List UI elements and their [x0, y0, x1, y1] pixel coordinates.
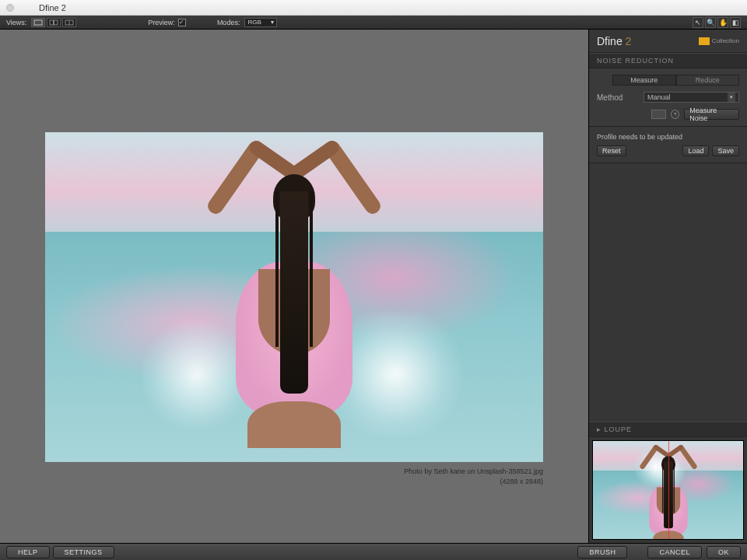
window-control-dot[interactable] — [6, 4, 14, 12]
ok-button[interactable]: OK — [707, 546, 741, 558]
method-select[interactable]: Manual ▾ — [644, 92, 739, 103]
method-label: Method — [597, 93, 644, 102]
top-toolbar: Views: Preview: ✓ Modes: RGB ▾ ↖ 🔍 ✋ ◧ — [0, 16, 747, 30]
noise-reduction-header[interactable]: NOISE REDUCTION — [589, 53, 747, 68]
window-title: Dfine 2 — [39, 3, 66, 12]
views-label: Views: — [6, 19, 26, 26]
svg-rect-1 — [50, 20, 54, 25]
brand-text: Collection — [712, 37, 739, 44]
sample-thumb[interactable] — [651, 110, 666, 119]
svg-rect-0 — [34, 20, 42, 25]
load-button[interactable]: Load — [682, 145, 709, 156]
loupe-header[interactable]: ▸ LOUPE — [589, 422, 747, 437]
modes-select[interactable]: RGB ▾ — [244, 18, 277, 27]
loupe-preview[interactable] — [592, 440, 744, 540]
preview-toggle-group: Preview: ✓ — [148, 19, 186, 26]
view-side-button[interactable] — [62, 18, 76, 27]
modes-group: Modes: RGB ▾ — [217, 18, 278, 27]
tab-measure[interactable]: Measure — [612, 75, 676, 86]
preview-image[interactable] — [45, 132, 543, 462]
cancel-button[interactable]: CANCEL — [647, 546, 702, 558]
panel-title: Dfine 2 — [597, 35, 631, 47]
modes-label: Modes: — [217, 19, 240, 26]
window-titlebar: Dfine 2 — [0, 0, 747, 16]
zoom-tool-icon[interactable]: 🔍 — [705, 17, 716, 28]
preview-label: Preview: — [148, 19, 175, 26]
chevron-down-icon: ▾ — [271, 19, 274, 26]
image-caption: Photo by Seth kane on Unsplash-358521.jp… — [45, 467, 543, 486]
measure-noise-button[interactable]: Measure Noise — [684, 109, 739, 120]
brush-button[interactable]: BRUSH — [577, 546, 627, 558]
view-split-button[interactable] — [47, 18, 61, 27]
tab-reduce[interactable]: Reduce — [676, 75, 740, 86]
view-single-button[interactable] — [31, 18, 45, 27]
measure-reduce-tabs: Measure Reduce — [612, 75, 739, 86]
preview-checkbox[interactable]: ✓ — [178, 19, 186, 26]
image-filename: Photo by Seth kane on Unsplash-358521.jp… — [45, 467, 543, 477]
settings-button[interactable]: SETTINGS — [53, 546, 114, 558]
nik-logo-icon — [699, 37, 710, 45]
method-value: Manual — [647, 93, 671, 101]
modes-value: RGB — [247, 19, 261, 26]
profile-status-text: Profile needs to be updated — [597, 133, 739, 141]
help-button[interactable]: HELP — [6, 546, 50, 558]
panel-header: Dfine 2 Collection — [589, 30, 747, 53]
pointer-tool-icon[interactable]: ↖ — [693, 17, 703, 28]
side-panel: Dfine 2 Collection NOISE REDUCTION Measu… — [588, 30, 747, 543]
bottom-bar: HELP SETTINGS BRUSH CANCEL OK — [0, 543, 747, 560]
save-button[interactable]: Save — [712, 145, 739, 156]
chevron-down-icon: ▾ — [728, 93, 735, 102]
help-circle-icon[interactable]: ? — [671, 110, 679, 119]
background-tool-icon[interactable]: ◧ — [730, 17, 741, 28]
loupe-divider[interactable] — [668, 441, 669, 539]
hand-tool-icon[interactable]: ✋ — [717, 17, 728, 28]
svg-rect-2 — [54, 20, 58, 25]
reset-button[interactable]: Reset — [597, 145, 626, 156]
brand-logo: Collection — [699, 37, 739, 45]
canvas-area[interactable]: Photo by Seth kane on Unsplash-358521.jp… — [0, 30, 588, 543]
image-dimensions: (4288 x 2848) — [45, 477, 543, 487]
